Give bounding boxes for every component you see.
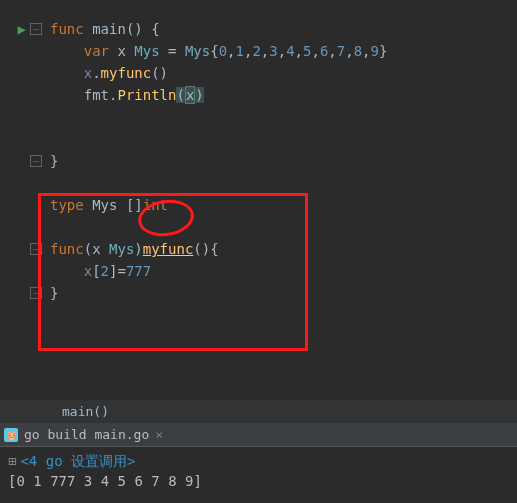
type-name: Mys [92, 197, 117, 213]
code-line[interactable] [50, 106, 517, 128]
breadcrumb[interactable]: main() [0, 400, 517, 422]
fold-start-icon[interactable]: – [30, 23, 42, 35]
fold-start-icon[interactable]: – [30, 243, 42, 255]
code-line[interactable]: func(x Mys)myfunc(){ [50, 238, 517, 260]
code-line[interactable] [50, 216, 517, 238]
code-line[interactable]: x[2]=777 [50, 260, 517, 282]
code-line[interactable]: fmt.Println(x) [50, 84, 517, 106]
var-highlight: x [185, 86, 195, 104]
kw-int: int [143, 197, 168, 213]
var-x: x [84, 65, 92, 81]
brace: { [151, 21, 159, 37]
code-line[interactable]: var x Mys = Mys{0,1,2,3,4,5,6,7,8,9} [50, 40, 517, 62]
method-myfunc: myfunc [143, 241, 194, 257]
go-icon: 🐹 [4, 428, 18, 442]
fold-end-icon[interactable]: – [30, 287, 42, 299]
eq: = [160, 43, 185, 59]
editor-gutter: ▶– – – – [0, 18, 48, 418]
func-name: main [92, 21, 126, 37]
paren-highlight: ( [176, 87, 184, 103]
run-gutter-icon[interactable]: ▶ [18, 18, 26, 40]
kw-func: func [50, 241, 84, 257]
code-line[interactable]: func main() { [50, 18, 517, 40]
code-line[interactable]: } [50, 150, 517, 172]
breadcrumb-item[interactable]: main() [62, 404, 109, 419]
code-line[interactable] [50, 128, 517, 150]
terminal-output: [0 1 777 3 4 5 6 7 8 9] [8, 471, 509, 491]
code-editor[interactable]: ▶– – – – func main() { var x Mys = Mys{0… [0, 0, 517, 400]
run-tool-tab[interactable]: 🐹 go build main.go × [0, 422, 517, 446]
fn-println: Println [117, 87, 176, 103]
close-icon[interactable]: × [155, 427, 163, 442]
run-output-panel[interactable]: ⊞<4 go 设置调用> [0 1 777 3 4 5 6 7 8 9] [0, 446, 517, 495]
code-line[interactable] [50, 172, 517, 194]
type-mys: Mys [134, 43, 159, 59]
var-x: x [117, 43, 125, 59]
kw-type: type [50, 197, 84, 213]
fold-end-icon[interactable]: – [30, 155, 42, 167]
kw-var: var [84, 43, 109, 59]
grid-icon: ⊞ [8, 453, 16, 469]
paren-highlight: ) [195, 87, 203, 103]
terminal-header: ⊞<4 go 设置调用> [8, 451, 509, 471]
type-mys: Mys [185, 43, 210, 59]
code-line[interactable]: x.myfunc() [50, 62, 517, 84]
code-line[interactable]: type Mys []int [50, 194, 517, 216]
kw-func: func [50, 21, 84, 37]
parens: () [126, 21, 143, 37]
run-tab-label: go build main.go [24, 427, 149, 442]
code-line[interactable]: } [50, 282, 517, 304]
pkg-fmt: fmt [84, 87, 109, 103]
method-myfunc: myfunc [101, 65, 152, 81]
